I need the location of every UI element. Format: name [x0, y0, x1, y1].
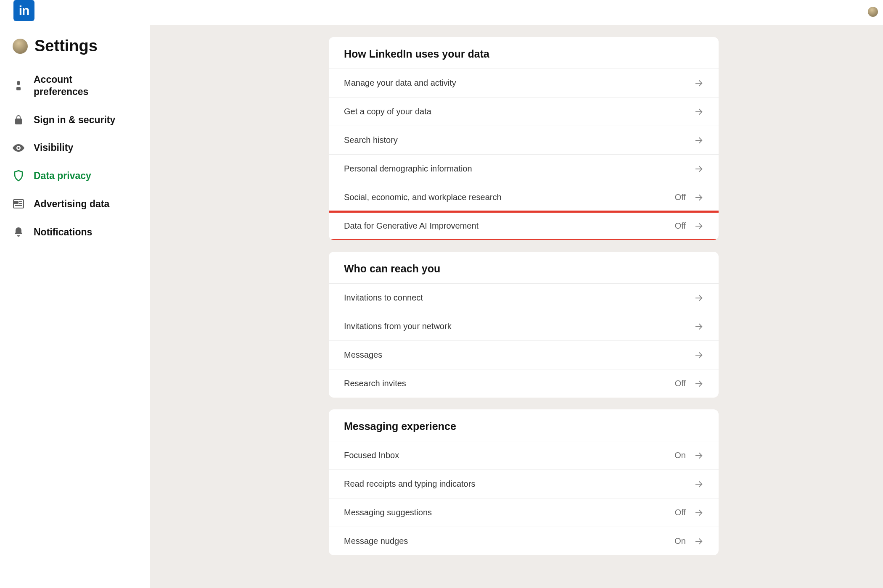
row-right: On [674, 536, 703, 546]
sidebar: Settings Account preferences Sign in & s… [0, 25, 150, 588]
sidebar-item-visibility[interactable]: Visibility [13, 142, 140, 154]
sidebar-item-signin-security[interactable]: Sign in & security [13, 114, 140, 126]
arrow-right-icon [694, 221, 703, 231]
sidebar-item-label: Data privacy [34, 170, 91, 182]
row-label: Read receipts and typing indicators [344, 479, 475, 489]
row-label: Messages [344, 350, 382, 360]
section-title: Who can reach you [329, 252, 719, 283]
sidebar-item-label: Notifications [34, 226, 92, 238]
row-messaging-suggestions[interactable]: Messaging suggestions Off [329, 498, 719, 527]
person-icon [13, 80, 24, 92]
section-title: How LinkedIn uses your data [329, 37, 719, 69]
avatar[interactable] [13, 39, 28, 54]
content-area: How LinkedIn uses your data Manage your … [150, 25, 883, 588]
row-label: Research invites [344, 379, 406, 388]
row-focused-inbox[interactable]: Focused Inbox On [329, 441, 719, 469]
row-right: Off [675, 379, 703, 388]
row-research-invites[interactable]: Research invites Off [329, 369, 719, 398]
row-label: Invitations from your network [344, 322, 452, 331]
arrow-right-icon [694, 107, 703, 116]
row-workplace-research[interactable]: Social, economic, and workplace research… [329, 183, 719, 211]
sidebar-item-notifications[interactable]: Notifications [13, 226, 140, 238]
row-right: Off [675, 508, 703, 517]
row-label: Personal demographic information [344, 164, 472, 174]
row-right [694, 322, 703, 331]
sidebar-item-advertising-data[interactable]: Advertising data [13, 198, 140, 210]
arrow-right-icon [694, 508, 703, 517]
bell-icon [13, 226, 24, 238]
arrow-right-icon [694, 379, 703, 388]
avatar[interactable] [868, 7, 878, 17]
arrow-right-icon [694, 537, 703, 546]
row-right [694, 164, 703, 174]
svg-rect-0 [17, 81, 20, 85]
row-label: Manage your data and activity [344, 78, 456, 88]
row-right [694, 480, 703, 489]
topbar: in [0, 0, 883, 25]
section-messaging-experience: Messaging experience Focused Inbox On Re… [329, 409, 719, 555]
row-right [694, 136, 703, 145]
row-right [694, 79, 703, 88]
row-status: On [674, 451, 686, 460]
row-messages[interactable]: Messages [329, 340, 719, 369]
row-get-copy-data[interactable]: Get a copy of your data [329, 97, 719, 126]
sidebar-header: Settings [13, 37, 140, 55]
arrow-right-icon [694, 79, 703, 88]
row-label: Focused Inbox [344, 451, 399, 460]
shield-icon [13, 170, 24, 182]
svg-rect-1 [16, 87, 21, 90]
arrow-right-icon [694, 136, 703, 145]
row-generative-ai-improvement[interactable]: Data for Generative AI Improvement Off [329, 211, 719, 240]
row-label: Messaging suggestions [344, 508, 432, 517]
row-status: Off [675, 221, 686, 231]
row-demographic-info[interactable]: Personal demographic information [329, 154, 719, 183]
section-title: Messaging experience [329, 409, 719, 441]
row-right [694, 351, 703, 360]
arrow-right-icon [694, 322, 703, 331]
row-label: Search history [344, 135, 398, 145]
arrow-right-icon [694, 351, 703, 360]
linkedin-logo-text: in [19, 3, 29, 18]
sidebar-item-label: Visibility [34, 142, 73, 154]
row-label: Message nudges [344, 536, 408, 546]
row-right [694, 107, 703, 116]
sidebar-item-account-preferences[interactable]: Account preferences [13, 74, 140, 98]
row-status: Off [675, 192, 686, 202]
row-read-receipts[interactable]: Read receipts and typing indicators [329, 469, 719, 498]
row-label: Invitations to connect [344, 293, 423, 303]
content-inner: How LinkedIn uses your data Manage your … [329, 37, 719, 571]
eye-icon [13, 142, 24, 154]
newspaper-icon [13, 198, 24, 210]
lock-icon [13, 114, 24, 126]
row-invitations-connect[interactable]: Invitations to connect [329, 283, 719, 312]
row-right: Off [675, 192, 703, 202]
linkedin-logo[interactable]: in [13, 0, 34, 21]
sidebar-item-label: Sign in & security [34, 114, 115, 126]
arrow-right-icon [694, 293, 703, 303]
sidebar-item-label: Account preferences [34, 74, 118, 98]
row-right [694, 293, 703, 303]
row-label: Social, economic, and workplace research [344, 192, 502, 202]
row-right: Off [675, 221, 703, 231]
row-right: On [674, 451, 703, 460]
row-search-history[interactable]: Search history [329, 126, 719, 154]
sidebar-nav: Account preferences Sign in & security V… [13, 74, 140, 238]
arrow-right-icon [694, 480, 703, 489]
sidebar-item-data-privacy[interactable]: Data privacy [13, 170, 140, 182]
row-label: Get a copy of your data [344, 107, 431, 116]
row-status: Off [675, 508, 686, 517]
section-who-can-reach-you: Who can reach you Invitations to connect… [329, 252, 719, 398]
arrow-right-icon [694, 164, 703, 174]
arrow-right-icon [694, 193, 703, 202]
row-status: On [674, 536, 686, 546]
row-invitations-network[interactable]: Invitations from your network [329, 312, 719, 340]
section-data-usage: How LinkedIn uses your data Manage your … [329, 37, 719, 240]
row-manage-data-activity[interactable]: Manage your data and activity [329, 69, 719, 97]
svg-rect-3 [15, 201, 18, 204]
arrow-right-icon [694, 451, 703, 460]
row-status: Off [675, 379, 686, 388]
row-label: Data for Generative AI Improvement [344, 221, 479, 231]
row-message-nudges[interactable]: Message nudges On [329, 527, 719, 555]
sidebar-item-label: Advertising data [34, 198, 109, 210]
page-title: Settings [34, 37, 98, 55]
